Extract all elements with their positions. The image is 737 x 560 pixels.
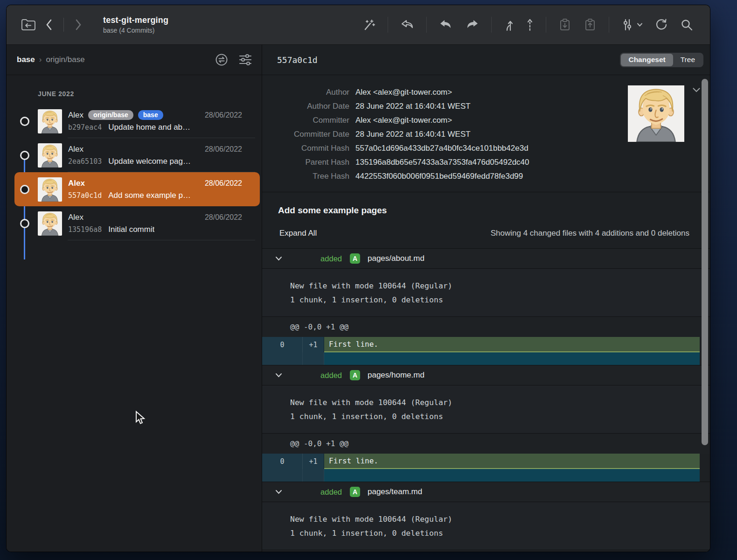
meta-value: 28 June 2022 at 16:40:41 WEST — [355, 99, 471, 113]
commit-short-hash: 135196a8 — [68, 225, 102, 234]
hunk-header: @@ -0,0 +1 @@ — [262, 316, 710, 337]
file-mode-line: New file with mode 100644 (Regular) — [290, 396, 710, 410]
meta-label: Parent Hash — [262, 155, 349, 169]
window-title: test-git-merging — [103, 15, 168, 25]
new-line-number: +1 — [303, 337, 324, 352]
changes-summary: Showing 4 changed files with 4 additions… — [491, 229, 689, 238]
commit-row-selected[interactable]: Alex 28/06/2022 557a0c1d Add some exampl… — [14, 172, 260, 206]
commit-short-hash: 557a0c1d — [68, 191, 102, 200]
file-header[interactable]: added A pages/team.md — [262, 482, 710, 502]
commit-graph-node — [20, 219, 29, 228]
breadcrumb: base › origin/base — [7, 45, 262, 75]
commit-message-title: Add some example pages — [278, 205, 694, 216]
tab-changeset[interactable]: Changeset — [621, 54, 673, 66]
commit-date: 28/06/2022 — [205, 179, 242, 188]
file-header[interactable]: added A pages/home.md — [262, 365, 710, 385]
old-line-number: 0 — [262, 337, 303, 352]
commit-author: Alex — [68, 145, 83, 154]
tab-tree[interactable]: Tree — [673, 54, 702, 66]
compare-circle-icon[interactable] — [215, 53, 228, 66]
redo-filled-icon[interactable] — [465, 18, 479, 31]
meta-value: Alex <alex@git-tower.com> — [355, 85, 452, 99]
commit-short-hash: b297eac4 — [68, 123, 102, 132]
meta-value: 557a0c1d696a433db27a4b0fc34ce101bbb42e3d — [355, 141, 528, 155]
breadcrumb-branch[interactable]: base — [17, 55, 35, 64]
window-subtitle: base (4 Commits) — [103, 27, 168, 34]
toolbar-separator — [388, 17, 388, 33]
collapse-chevron-icon[interactable] — [275, 256, 282, 261]
commit-message: Update home and ab… — [108, 123, 190, 132]
scrollbar-thumb[interactable] — [702, 79, 708, 445]
row-separator — [68, 240, 255, 240]
commit-short-hash: 2ea65103 — [68, 157, 102, 166]
toolbar-separator — [609, 17, 609, 33]
nav-back-icon[interactable] — [45, 19, 53, 31]
collapse-chevron-icon[interactable] — [275, 490, 282, 494]
meta-value: Alex <alex@git-tower.com> — [355, 113, 452, 127]
diff-added-line[interactable]: 0 +1 First line. — [262, 337, 700, 352]
commit-author: Alex — [68, 111, 83, 120]
branch-badge-local[interactable]: base — [138, 110, 163, 120]
branch-badge-remote[interactable]: origin/base — [88, 110, 133, 120]
breadcrumb-compare-branch[interactable]: origin/base — [46, 55, 84, 64]
toolbar-separator — [426, 17, 427, 33]
filter-sliders-horizontal-icon[interactable] — [238, 54, 252, 66]
meta-collapse-chevron-icon[interactable] — [692, 87, 701, 93]
collapse-chevron-icon[interactable] — [275, 373, 282, 378]
magic-wand-icon[interactable] — [362, 18, 375, 31]
breadcrumb-separator: › — [39, 55, 42, 64]
app-window: test-git-merging base (4 Commits) — [6, 5, 710, 552]
file-path: pages/team.md — [368, 487, 422, 497]
file-path: pages/about.md — [368, 254, 424, 263]
commit-author: Alex — [68, 179, 85, 188]
commit-row[interactable]: Alex 28/06/2022 135196a8 Initial commit — [14, 206, 260, 240]
commit-row[interactable]: Alex origin/base base 28/06/2022 b297eac… — [14, 104, 260, 138]
meta-label: Author — [262, 85, 349, 99]
workspace-folder-icon[interactable] — [21, 18, 36, 32]
file-chunks-line: 1 chunk, 1 insertion, 0 deletions — [290, 526, 710, 540]
commit-message: Initial commit — [108, 225, 154, 234]
month-header: JUNE 2022 — [38, 90, 262, 98]
file-mode-line: New file with mode 100644 (Regular) — [290, 279, 710, 293]
hunk-header: @@ -0,0 +1 @@ — [262, 433, 710, 454]
detail-short-hash: 557a0c1d — [277, 55, 318, 65]
pull-clipboard-icon[interactable] — [558, 18, 571, 32]
file-path: pages/home.md — [368, 371, 424, 380]
meta-label: Commit Hash — [262, 141, 349, 155]
avatar — [38, 109, 62, 133]
file-status: added — [282, 254, 342, 263]
chevron-down-icon — [637, 22, 643, 27]
merge-icon[interactable] — [504, 18, 514, 32]
meta-label: Committer Date — [262, 127, 349, 141]
diff-line-text: First line. — [324, 337, 700, 352]
filter-sliders-icon[interactable] — [621, 18, 643, 32]
diff-tail-row — [262, 469, 700, 482]
meta-label: Author Date — [262, 99, 349, 113]
avatar — [38, 211, 62, 236]
hunk-header: @@ -0,0 +1 @@ — [262, 550, 710, 552]
file-status-badge: A — [350, 253, 360, 264]
meta-value: 135196a8db65e57433a3a7353fa476d05492dc40 — [355, 155, 529, 169]
file-mode-line: New file with mode 100644 (Regular) — [290, 512, 710, 526]
refresh-icon[interactable] — [655, 18, 668, 32]
file-chunks-line: 1 chunk, 1 insertion, 0 deletions — [290, 293, 710, 307]
search-icon[interactable] — [680, 18, 693, 31]
history-sidebar: base › origin/base — [7, 45, 262, 552]
file-header[interactable]: added A pages/about.md — [262, 248, 710, 268]
commit-history: JUNE 2022 Alex origin/base base 28/06/20… — [7, 75, 262, 552]
commit-row[interactable]: Alex 28/06/2022 2ea65103 Update welcome … — [14, 138, 260, 172]
new-line-number: +1 — [303, 454, 324, 469]
nav-forward-icon[interactable] — [74, 19, 83, 31]
rebase-icon[interactable] — [526, 18, 534, 32]
push-clipboard-icon[interactable] — [584, 18, 597, 32]
commit-graph-node — [20, 151, 29, 160]
file-diff-section: added A pages/about.md New file with mod… — [262, 248, 710, 365]
avatar — [38, 177, 62, 202]
undo-outline-icon[interactable] — [400, 18, 414, 31]
file-status: added — [282, 488, 342, 497]
diff-added-line[interactable]: 0 +1 First line. — [262, 454, 700, 469]
undo-filled-icon[interactable] — [439, 18, 453, 31]
expand-all-button[interactable]: Expand All — [279, 229, 317, 238]
detail-scroll-area: AuthorAlex <alex@git-tower.com> Author D… — [262, 75, 710, 552]
author-avatar — [626, 85, 686, 142]
